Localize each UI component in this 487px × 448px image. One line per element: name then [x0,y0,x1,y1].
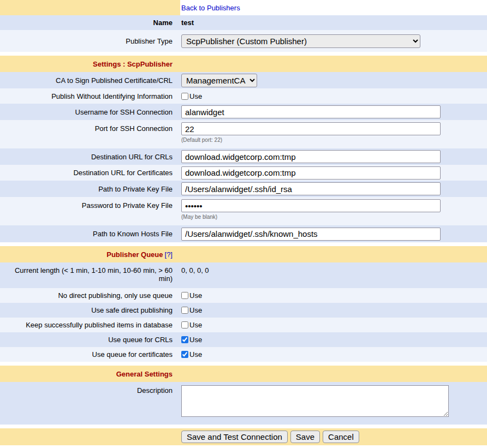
only-queue-use-label[interactable]: Use [181,291,202,300]
section-gap [0,425,487,428]
row-ca-sign: CA to Sign Published Certificate/CRL Man… [0,72,487,88]
known-hosts-field-cell [180,225,487,242]
row-keep-in-db: Keep successfully published items in dat… [0,318,487,332]
password-label-cell: Password to Private Key File [0,197,180,225]
crl-url-label: Destination URL for CRLs [91,153,173,161]
crl-url-label-cell: Destination URL for CRLs [0,148,180,165]
safe-direct-use-label[interactable]: Use [181,306,202,314]
back-to-publishers-link[interactable]: Back to Publishers [181,4,240,12]
queue-crls-use-text: Use [189,336,202,344]
keep-in-db-label-cell: Keep successfully published items in dat… [0,318,180,332]
description-field-cell [180,382,487,425]
cancel-button[interactable]: Cancel [323,431,359,443]
row-private-key: Path to Private Key File [0,181,487,197]
general-section-title: General Settings [116,370,173,378]
publisher-type-field-cell: ScpPublisher (Custom Publisher) [180,30,487,52]
cert-url-label: Destination URL for Certificates [73,169,173,177]
ssh-port-input[interactable] [181,122,441,135]
row-description: Description [0,382,487,425]
section-gap [0,242,487,246]
row-ssh-port: Port for SSH Connection (Default port: 2… [0,120,487,148]
safe-direct-checkbox[interactable] [181,307,188,314]
queue-certs-field-cell: Use [180,347,487,362]
description-label-cell: Description [0,382,180,425]
keep-in-db-field-cell: Use [180,318,487,332]
only-queue-label: No direct publishing, only use queue [58,291,173,300]
description-textarea[interactable] [181,385,449,417]
row-only-queue: No direct publishing, only use queue Use [0,288,487,303]
footer-actions-row: Save and Test Connection Save Cancel [0,428,487,445]
only-queue-use-text: Use [189,291,202,300]
save-and-test-button[interactable]: Save and Test Connection [181,431,288,443]
settings-header-spacer [180,56,487,72]
anonymous-label: Publish Without Identifying Information [51,92,173,100]
ca-sign-field-cell: ManagementCA [180,72,487,88]
queue-crls-label: Use queue for CRLs [108,336,173,344]
ssh-username-input[interactable] [181,105,441,118]
name-label: Name [153,19,173,27]
button-group: Save and Test Connection Save Cancel [181,431,359,443]
name-value: test [181,19,194,27]
publisher-edit-page: Back to Publishers Name test Publisher T… [0,0,487,445]
general-section-header: General Settings [0,366,487,382]
queue-title-cell: Publisher Queue [?] [0,246,180,262]
ca-sign-select[interactable]: ManagementCA [181,74,257,87]
safe-direct-use-text: Use [189,306,202,314]
queue-certs-use-label[interactable]: Use [181,350,202,359]
queue-section-title: Publisher Queue [106,250,163,259]
publisher-type-select[interactable]: ScpPublisher (Custom Publisher) [181,34,420,48]
private-key-input[interactable] [181,182,441,195]
queue-length-value: 0, 0, 0, 0 [181,266,209,274]
ssh-port-hint: (Default port: 22) [181,137,222,143]
row-back-link: Back to Publishers [0,0,487,15]
description-label: Description [137,386,173,395]
queue-certs-label: Use queue for certificates [92,350,173,359]
row-cert-url: Destination URL for Certificates [0,165,487,181]
known-hosts-input[interactable] [181,228,441,241]
safe-direct-label: Use safe direct publishing [91,306,173,314]
crl-url-field-cell [180,148,487,165]
ssh-port-field-cell: (Default port: 22) [180,120,487,148]
row-queue-crls: Use queue for CRLs Use [0,332,487,347]
row-crl-url: Destination URL for CRLs [0,148,487,165]
queue-header-spacer [180,246,487,262]
name-value-cell: test [180,15,487,30]
only-queue-label-cell: No direct publishing, only use queue [0,288,180,303]
anonymous-use-label[interactable]: Use [181,92,202,100]
back-row-field: Back to Publishers [180,0,487,15]
anonymous-checkbox[interactable] [181,93,188,100]
queue-help-link[interactable]: [?] [165,250,173,259]
general-title-cell: General Settings [0,366,180,382]
crl-url-input[interactable] [181,150,441,163]
anonymous-label-cell: Publish Without Identifying Information [0,88,180,104]
row-queue-length: Current length (< 1 min, 1-10 min, 10-60… [0,262,487,288]
footer-buttons-cell: Save and Test Connection Save Cancel [180,428,487,445]
ssh-username-label-cell: Username for SSH Connection [0,104,180,120]
section-gap [0,362,487,366]
row-known-hosts: Path to Known Hosts File [0,225,487,242]
keep-in-db-use-label[interactable]: Use [181,321,202,329]
row-name: Name test [0,15,487,30]
password-input[interactable] [181,199,441,212]
queue-length-value-cell: 0, 0, 0, 0 [180,262,487,288]
queue-certs-checkbox[interactable] [181,351,188,358]
only-queue-checkbox[interactable] [181,292,188,299]
ssh-username-field-cell [180,104,487,120]
keep-in-db-checkbox[interactable] [181,321,188,328]
ssh-port-label-cell: Port for SSH Connection [0,120,180,148]
queue-crls-label-cell: Use queue for CRLs [0,332,180,347]
queue-crls-use-label[interactable]: Use [181,336,202,344]
row-safe-direct: Use safe direct publishing Use [0,303,487,318]
private-key-label: Path to Private Key File [98,185,173,193]
settings-title-cell: Settings : ScpPublisher [0,56,180,72]
queue-crls-checkbox[interactable] [181,336,188,343]
back-row-spacer [0,0,180,15]
queue-length-label: Current length (< 1 min, 1-10 min, 10-60… [4,266,173,283]
queue-crls-field-cell: Use [180,332,487,347]
name-label-cell: Name [0,15,180,30]
cert-url-input[interactable] [181,166,441,180]
anonymous-field-cell: Use [180,88,487,104]
cert-url-label-cell: Destination URL for Certificates [0,165,180,181]
ssh-username-label: Username for SSH Connection [75,108,173,116]
save-button[interactable]: Save [290,431,320,443]
